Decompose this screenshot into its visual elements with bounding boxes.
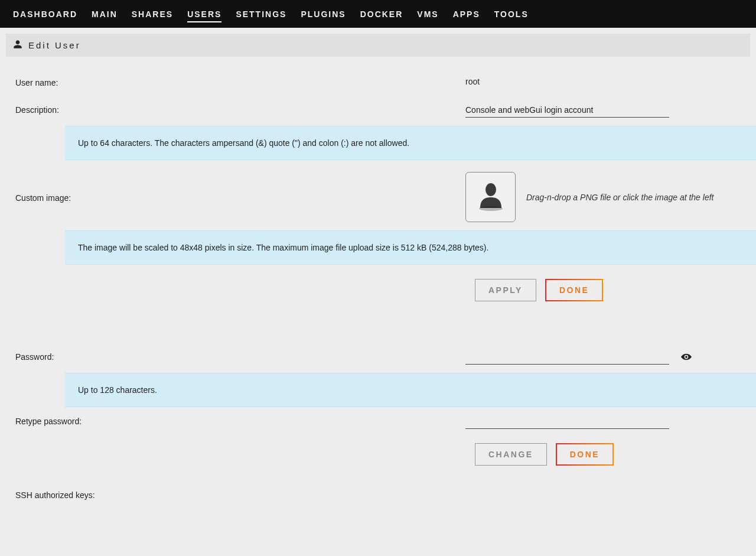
row-username: User name: root — [15, 69, 750, 96]
description-label: Description: — [15, 104, 465, 115]
retype-password-input[interactable] — [465, 415, 669, 429]
customimage-hint: Drag-n-drop a PNG file or click the imag… — [526, 193, 713, 202]
row-description: Description: — [15, 96, 750, 126]
nav-main[interactable]: MAIN — [84, 2, 125, 26]
nav-shares[interactable]: SHARES — [125, 2, 180, 26]
svg-point-0 — [485, 183, 496, 196]
top-nav: DASHBOARD MAIN SHARES USERS SETTINGS PLU… — [0, 0, 756, 28]
page-title-bar: Edit User — [6, 34, 750, 57]
row-custom-image: Custom image: Drag-n-drop a PNG file or … — [15, 160, 750, 230]
button-row-1: APPLY DONE — [475, 265, 750, 307]
nav-docker[interactable]: DOCKER — [353, 2, 410, 26]
nav-settings[interactable]: SETTINGS — [229, 2, 294, 26]
nav-dashboard[interactable]: DASHBOARD — [6, 2, 84, 26]
row-retype-password: Retype password: — [15, 407, 750, 437]
password-label: Password: — [15, 351, 465, 362]
username-value: root — [465, 77, 750, 86]
username-label: User name: — [15, 77, 465, 87]
user-icon — [13, 40, 22, 51]
svg-point-1 — [479, 206, 503, 211]
password-input[interactable] — [465, 351, 669, 365]
toggle-password-icon[interactable] — [681, 352, 692, 364]
description-input[interactable] — [465, 104, 669, 118]
nav-apps[interactable]: APPS — [446, 2, 487, 26]
page-title: Edit User — [28, 40, 81, 50]
done-button-2[interactable]: DONE — [556, 443, 614, 466]
customimage-label: Custom image: — [15, 192, 465, 203]
customimage-help: The image will be scaled to 48x48 pixels… — [65, 230, 756, 265]
button-row-2: CHANGE DONE — [475, 437, 750, 472]
retype-label: Retype password: — [15, 415, 465, 426]
done-button[interactable]: DONE — [545, 279, 603, 301]
nav-vms[interactable]: VMS — [410, 2, 445, 26]
nav-users[interactable]: USERS — [180, 2, 229, 26]
apply-button[interactable]: APPLY — [475, 279, 536, 301]
password-help: Up to 128 characters. — [65, 373, 756, 407]
row-password: Password: — [15, 343, 750, 373]
description-help: Up to 64 characters. The characters ampe… — [65, 126, 756, 160]
nav-tools[interactable]: TOOLS — [487, 2, 536, 26]
avatar-upload[interactable] — [465, 172, 516, 222]
row-ssh-keys: SSH authorized keys: — [15, 472, 750, 508]
ssh-label: SSH authorized keys: — [15, 489, 465, 500]
change-button[interactable]: CHANGE — [475, 443, 547, 466]
nav-plugins[interactable]: PLUGINS — [294, 2, 353, 26]
avatar-placeholder-icon — [474, 180, 507, 214]
